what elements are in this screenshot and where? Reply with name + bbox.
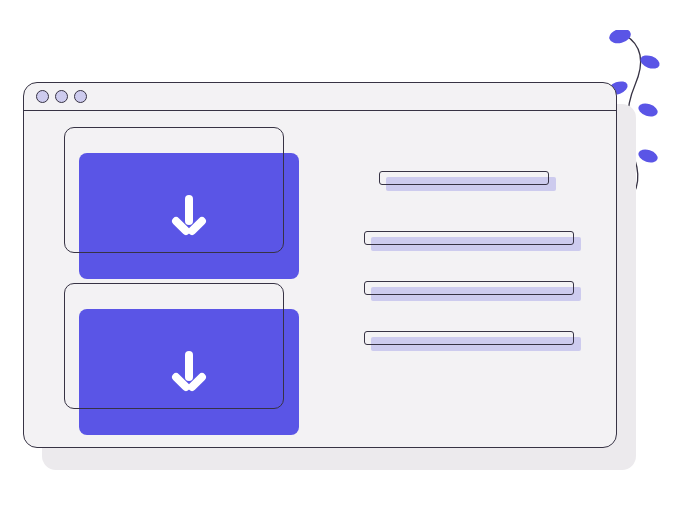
download-card-1-outline (64, 127, 284, 253)
window-content (24, 111, 616, 447)
svg-point-1 (639, 53, 662, 71)
svg-point-3 (637, 101, 660, 119)
traffic-light-3[interactable] (74, 90, 87, 103)
svg-point-0 (608, 30, 633, 46)
traffic-light-2[interactable] (55, 90, 68, 103)
traffic-light-1[interactable] (36, 90, 49, 103)
window-titlebar (24, 83, 616, 111)
text-bar-1 (379, 171, 549, 185)
svg-point-5 (637, 147, 660, 165)
text-bar-3 (364, 281, 574, 295)
text-bar-4 (364, 331, 574, 345)
download-card-2-outline (64, 283, 284, 409)
browser-window (23, 82, 617, 448)
text-bar-2 (364, 231, 574, 245)
